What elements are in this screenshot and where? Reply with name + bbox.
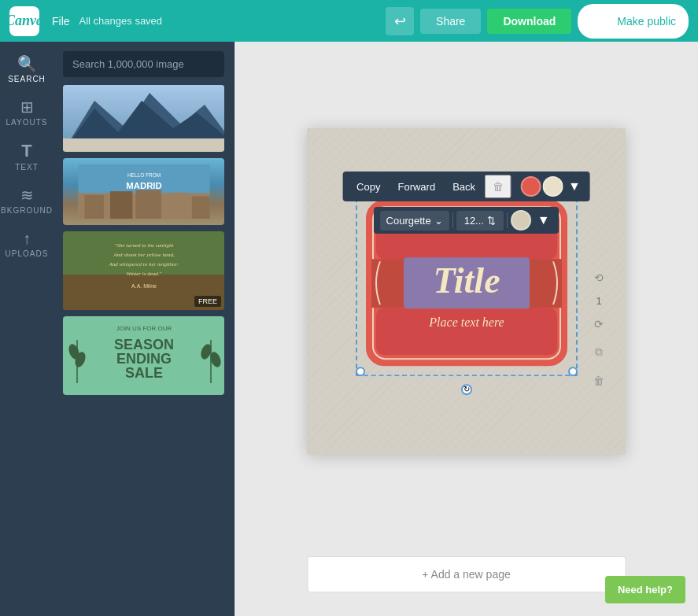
list-item[interactable]: JOIN US FOR OUR SEASON ENDING SALE xyxy=(63,316,224,395)
file-menu[interactable]: File xyxy=(52,15,70,28)
zoom-in-button[interactable]: ⟲ xyxy=(588,267,610,289)
list-item[interactable]: HELLO FROM MADRID xyxy=(63,158,224,225)
svg-text:ENDING: ENDING xyxy=(116,351,172,367)
svg-text:And shook her yellow head,: And shook her yellow head, xyxy=(113,252,175,258)
sidebar-label-background: BKGROUND xyxy=(1,206,53,215)
zoom-out-button[interactable]: ⟳ xyxy=(588,313,610,335)
svg-text:HELLO FROM: HELLO FROM xyxy=(127,172,160,178)
list-item[interactable]: "She turned to the sunlight And shook he… xyxy=(63,231,224,310)
handle-br[interactable] xyxy=(568,367,578,376)
header-actions: ↩ Share Download Make public xyxy=(386,4,689,39)
font-selector[interactable]: Courgette ⌄ xyxy=(380,211,449,231)
svg-rect-7 xyxy=(109,191,131,219)
left-sidebar: 🔍 SEARCH ⊞ LAYOUTS T TEXT ≋ BKGROUND ↑ U… xyxy=(0,42,54,616)
svg-rect-8 xyxy=(135,190,161,219)
sidebar-item-text[interactable]: T TEXT xyxy=(0,135,54,179)
delete-page-button[interactable]: 🗑 xyxy=(588,370,610,392)
sidebar-label-text: TEXT xyxy=(15,163,39,172)
font-size-value: 12... xyxy=(464,215,484,227)
back-button[interactable]: Back xyxy=(445,177,483,197)
forward-button[interactable]: Forward xyxy=(390,177,443,197)
svg-text:A.A. Milne: A.A. Milne xyxy=(131,283,157,289)
svg-text:And whispered to her neighbor:: And whispered to her neighbor: xyxy=(108,261,179,267)
delete-button[interactable]: 🗑 xyxy=(485,175,511,198)
sidebar-item-layouts[interactable]: ⊞ LAYOUTS xyxy=(0,91,54,135)
text-icon: T xyxy=(21,142,31,160)
sidebar-label-search: SEARCH xyxy=(8,75,46,83)
svg-text:SALE: SALE xyxy=(125,365,163,381)
background-icon: ≋ xyxy=(20,187,34,203)
header: Canva File All changes saved ↩ Share Dow… xyxy=(0,0,698,42)
undo-icon: ↩ xyxy=(394,13,406,30)
svg-rect-6 xyxy=(84,195,103,219)
rotate-handle[interactable]: ↻ xyxy=(461,384,472,395)
copy-button[interactable]: Copy xyxy=(349,177,388,197)
sidebar-label-uploads: UPLOADS xyxy=(6,249,49,258)
need-help-button[interactable]: Need help? xyxy=(605,576,685,603)
canvas-area: Copy Forward Back 🗑 ▼ Courgette ⌄ 12... … xyxy=(235,42,698,616)
sidebar-label-layouts: LAYOUTS xyxy=(6,118,48,127)
logo-text: Canva xyxy=(6,13,43,29)
svg-text:MADRID: MADRID xyxy=(126,181,161,190)
font-size-arrows: ⇅ xyxy=(487,215,496,227)
sale-svg: JOIN US FOR OUR SEASON ENDING SALE xyxy=(63,316,224,395)
font-toolbar: Courgette ⌄ 12... ⇅ ▼ xyxy=(374,207,560,234)
make-public-label: Make public xyxy=(617,15,676,28)
font-size-display[interactable]: 12... ⇅ xyxy=(456,211,504,231)
mountain-svg xyxy=(63,85,224,152)
main-layout: 🔍 SEARCH ⊞ LAYOUTS T TEXT ≋ BKGROUND ↑ U… xyxy=(0,42,698,616)
list-item[interactable] xyxy=(63,85,224,152)
thumbnail-madrid: HELLO FROM MADRID xyxy=(63,158,224,225)
thumbnail-sale: JOIN US FOR OUR SEASON ENDING SALE xyxy=(63,316,224,395)
search-input[interactable] xyxy=(63,51,224,77)
color-swatch-red[interactable] xyxy=(521,176,541,197)
undo-button[interactable]: ↩ xyxy=(386,7,414,35)
handle-bl[interactable] xyxy=(356,367,365,376)
color-swatch-light[interactable] xyxy=(543,176,563,197)
search-icon: 🔍 xyxy=(17,56,37,72)
image-panel: HELLO FROM MADRID "She turned to the sun… xyxy=(54,42,235,616)
svg-text:SEASON: SEASON xyxy=(114,337,174,352)
toolbar-dropdown-button[interactable]: ▼ xyxy=(565,176,584,197)
svg-text:JOIN US FOR OUR: JOIN US FOR OUR xyxy=(116,325,172,332)
svg-rect-3 xyxy=(63,138,224,152)
sidebar-item-search[interactable]: 🔍 SEARCH xyxy=(0,48,54,91)
element-toolbar: Copy Forward Back 🗑 ▼ xyxy=(342,172,590,201)
page-number: 1 xyxy=(596,295,601,307)
madrid-svg: HELLO FROM MADRID xyxy=(63,164,224,219)
saved-status: All changes saved xyxy=(79,15,376,27)
avatar xyxy=(590,10,612,32)
sidebar-item-uploads[interactable]: ↑ UPLOADS xyxy=(0,223,54,266)
svg-text:"She turned to the sunlight: "She turned to the sunlight xyxy=(115,242,175,249)
font-toolbar-dropdown[interactable]: ▼ xyxy=(534,210,553,231)
font-name: Courgette xyxy=(386,215,431,227)
font-color-swatch[interactable] xyxy=(511,210,531,231)
svg-rect-9 xyxy=(168,193,187,219)
svg-rect-10 xyxy=(191,197,209,219)
font-select-chevron: ⌄ xyxy=(434,215,443,227)
canva-logo: Canva xyxy=(9,6,39,36)
duplicate-page-button[interactable]: ⧉ xyxy=(588,341,610,363)
download-button[interactable]: Download xyxy=(487,9,571,34)
sidebar-item-background[interactable]: ≋ BKGROUND xyxy=(0,179,54,223)
layouts-icon: ⊞ xyxy=(20,99,34,115)
make-public-button[interactable]: Make public xyxy=(578,4,689,39)
add-page-button[interactable]: + Add a new page xyxy=(307,556,626,592)
svg-text:Winter is dead.": Winter is dead." xyxy=(126,271,161,277)
right-controls: ⟲ 1 ⟳ ⧉ 🗑 xyxy=(588,267,610,392)
share-button[interactable]: Share xyxy=(420,9,481,34)
free-badge: FREE xyxy=(194,296,221,307)
thumbnail-mountain xyxy=(63,85,224,152)
uploads-icon: ↑ xyxy=(23,231,31,246)
